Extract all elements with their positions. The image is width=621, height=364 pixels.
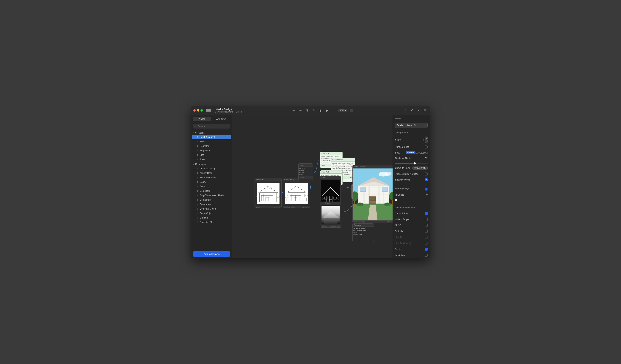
node-params-list[interactable]: Parameters Sequence / Frames Current Fra… xyxy=(352,223,374,242)
desaturate-label: Desaturate xyxy=(200,203,211,206)
minimize-button[interactable] xyxy=(197,109,199,111)
starting-image-title: Starting Image xyxy=(395,187,409,190)
search-input[interactable] xyxy=(193,124,230,128)
cond-inpainting-checkbox[interactable] xyxy=(425,254,428,257)
add-to-canvas-button[interactable]: Add to Canvas xyxy=(193,251,230,257)
cond-line-art-checkbox[interactable] xyxy=(425,236,428,239)
cond-scribble: Scribble xyxy=(395,229,428,233)
compute-units-chevron-icon: ⌄ xyxy=(425,167,427,169)
sidebar-toggle[interactable] xyxy=(206,109,211,112)
tab-workflows[interactable]: Workflows xyxy=(212,117,230,121)
animated-image-label: Animated Image xyxy=(200,167,216,170)
sidebar-item-canny[interactable]: ⚙ Canny xyxy=(192,180,231,184)
influence-slider[interactable] xyxy=(395,200,428,200)
svg-rect-65 xyxy=(370,197,373,201)
sidebar-item-notes[interactable]: ⚙ Notes xyxy=(192,139,231,144)
cond-canny-checkbox[interactable]: ✓ xyxy=(425,212,428,215)
cond-depth: Depth ✓ xyxy=(395,247,428,251)
copy-button[interactable]: ⎘ xyxy=(305,108,310,113)
fit-button[interactable]: ⬛ xyxy=(349,108,354,113)
canvas-area[interactable]: Aspect Ratio xyxy=(232,115,393,258)
sidebar-item-composite[interactable]: ⚙ Composite xyxy=(192,189,231,193)
left-sidebar: Nodes Workflows ▾ ⚙ Utility ⚙ xyxy=(191,115,232,258)
play-button[interactable]: ▶ xyxy=(325,108,330,113)
delete-button[interactable]: 🗑 xyxy=(318,108,323,113)
node-image-body: Enabled Output Format Input xyxy=(299,167,313,176)
sidebar-item-erase-object[interactable]: ⚙ Erase Object xyxy=(192,211,231,216)
node-stable-diffusion[interactable]: Stable Diffusion xyxy=(352,165,393,223)
sidebar-item-depth-map[interactable]: ⚙ Depth Map xyxy=(192,198,231,202)
sidebar-item-aspect-ratio[interactable]: ⚙ Aspect Ratio xyxy=(192,171,231,175)
paste-button[interactable]: ⧉ xyxy=(311,108,316,113)
sidebar-item-timer[interactable]: ⚙ Timer xyxy=(192,157,231,162)
refresh-button[interactable]: ↺ xyxy=(410,108,415,113)
cond-mlsd-checkbox[interactable] xyxy=(425,224,428,227)
sidebar-item-batch-images[interactable]: ⚙ Batch (Images) xyxy=(192,135,231,139)
node-aspect-ratio[interactable]: Aspect Ratio xyxy=(255,178,282,208)
cond-line-art-anime-checkbox[interactable] xyxy=(425,242,428,245)
show-previews-checkbox[interactable]: ✓ xyxy=(425,178,428,181)
toolbar-center: ↩ ↪ ⎘ ⧉ 🗑 ▶ ▭ 40% ▾ ⬛ xyxy=(291,108,354,113)
erase-label: Erase Object xyxy=(200,212,213,215)
random-seed-checkbox[interactable] xyxy=(425,145,428,148)
compute-units-select[interactable]: CPU & GPU ⌄ xyxy=(412,166,428,170)
redo-button[interactable]: ↪ xyxy=(298,108,303,113)
cond-depth-checkbox[interactable]: ✓ xyxy=(425,248,428,251)
utility-icon: ⚙ xyxy=(195,131,197,134)
undo-button[interactable]: ↩ xyxy=(291,108,296,113)
cond-scribble-checkbox[interactable] xyxy=(425,230,428,233)
cond-line-art-anime: Line Art (Anime) xyxy=(395,241,428,245)
cond-mlsd-label: MLSD xyxy=(395,224,401,227)
more-button[interactable]: » xyxy=(416,108,421,113)
sidebar-item-guassian-blur[interactable]: ⚙ Guassian Blur xyxy=(192,220,231,224)
guidance-slider[interactable] xyxy=(395,163,428,164)
sidebar-item-sequencer[interactable]: ⚙ Sequencer xyxy=(192,148,231,153)
cond-line-art: Line Art xyxy=(395,235,428,239)
section-utility-header[interactable]: ▾ ⚙ Utility xyxy=(191,131,232,135)
color-icon: ⚙ xyxy=(197,185,199,188)
cond-inpainting-label: Inpainting xyxy=(395,254,405,256)
reduce-memory-checkbox[interactable] xyxy=(425,173,428,175)
node-resize-image[interactable]: Resize Image xyxy=(283,178,310,208)
sidebar-item-animated-image[interactable]: ⚙ Animated Image xyxy=(192,166,231,171)
zoom-selector[interactable]: 40% ▾ xyxy=(338,109,347,112)
sidebar-item-dominant-colors[interactable]: ⚙ Dominant Colors xyxy=(192,206,231,211)
node-resize-footer: Resized Image 512×512 xyxy=(283,206,310,208)
sidebar-item-repeater[interactable]: ⚙ Repeater xyxy=(192,144,231,148)
node-image[interactable]: Image Enabled Output Format Input Image xyxy=(298,163,313,181)
model-select[interactable]: Realistic Vision 1.5 ⌄ xyxy=(395,123,428,128)
compute-units-row: Compute Units CPU & GPU ⌄ xyxy=(395,166,428,170)
sidebar-item-gradient[interactable]: ⚙ Gradient xyxy=(192,216,231,220)
sidebar-item-size[interactable]: ⚙ Size xyxy=(192,153,231,157)
tab-nodes[interactable]: Nodes xyxy=(193,117,211,121)
sidebar-item-desaturate[interactable]: ⚙ Desaturate xyxy=(192,202,231,206)
node-depth-map[interactable]: Depth Map xyxy=(321,202,341,228)
canny-label: Canny xyxy=(200,181,206,183)
main-window: Interior Design Odyssey Document — Edite… xyxy=(191,106,430,258)
guidance-scale-row: Guidance Scale 12 xyxy=(395,157,428,159)
maximize-button[interactable] xyxy=(201,109,203,111)
cond-inpainting: Inpainting xyxy=(395,253,428,257)
document-title: Interior Design xyxy=(215,108,242,111)
share-button[interactable]: ⬆ xyxy=(403,108,409,113)
node-resize-body xyxy=(283,181,310,206)
steps-up-btn[interactable]: ▴ xyxy=(425,137,428,140)
cond-holistic-checkbox[interactable] xyxy=(425,218,428,221)
steps-down-btn[interactable]: ▾ xyxy=(425,140,428,143)
steps-arrows: ▴ ▾ xyxy=(425,137,428,143)
info-icon: i xyxy=(425,188,428,190)
inspector-toggle[interactable]: ▤ xyxy=(422,108,428,113)
section-images-header[interactable]: ▾ 🖼 Images xyxy=(191,162,232,166)
reduce-memory-row: Reduce Memory Usage xyxy=(395,173,428,175)
sidebar-item-crop-transparent[interactable]: ⚙ Crop Transparent Pixels xyxy=(192,193,231,198)
sidebar-item-color[interactable]: ⚙ Color xyxy=(192,184,231,189)
random-seed-label: Random Seed xyxy=(395,146,409,148)
node-canny[interactable]: Canny xyxy=(320,176,341,206)
frame-button[interactable]: ▭ xyxy=(331,108,337,113)
svg-rect-66 xyxy=(373,197,375,201)
sidebar-item-blend-with-mask[interactable]: ⚙ Blend With Mask xyxy=(192,175,231,180)
depth-map-viz xyxy=(322,206,340,224)
svg-point-51 xyxy=(385,172,392,176)
depth-map-icon: ⚙ xyxy=(197,199,199,201)
close-button[interactable] xyxy=(193,109,196,111)
